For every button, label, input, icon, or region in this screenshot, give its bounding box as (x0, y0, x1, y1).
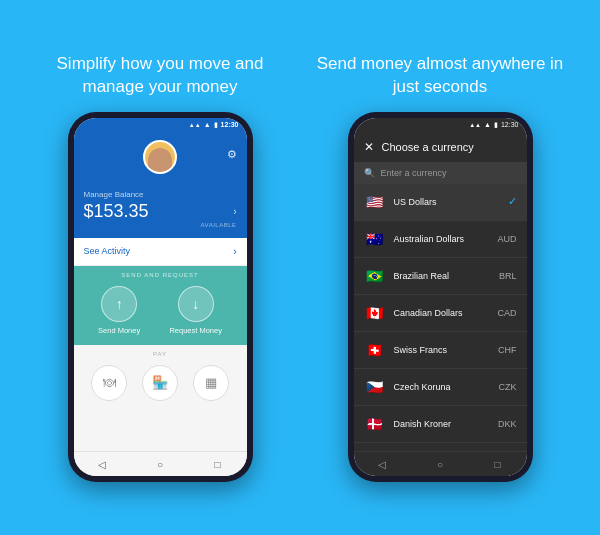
page-wrapper: Simplify how you move and manage your mo… (0, 0, 600, 535)
right-headline: Send money almost anywhere in just secon… (305, 53, 575, 97)
avatar-face (148, 148, 172, 172)
left-panel: Simplify how you move and manage your mo… (25, 53, 295, 481)
flag-5: 🇨🇿 (364, 376, 386, 398)
pay-btn-store[interactable]: 🏪 (142, 365, 178, 401)
currency-item-6[interactable]: 🇩🇰Danish KronerDKK (354, 406, 527, 443)
currency-code-1: AUD (497, 234, 516, 244)
left-status-bar: ▲▲ ▲ ▮ 12:30 (74, 118, 247, 132)
battery-icon: ▮ (214, 121, 218, 129)
currency-code-5: CZK (499, 382, 517, 392)
gear-icon[interactable]: ⚙ (227, 148, 237, 161)
send-money-label: Send Money (98, 326, 140, 335)
left-headline: Simplify how you move and manage your mo… (25, 53, 295, 97)
right-back-button[interactable]: ◁ (375, 458, 389, 472)
left-phone: ▲▲ ▲ ▮ 12:30 ⚙ Manage Balance (68, 112, 253, 482)
left-phone-nav: ◁ ○ □ (74, 451, 247, 476)
pay-buttons: 🍽 🏪 ▦ (84, 365, 237, 401)
right-battery-icon: ▮ (494, 121, 498, 129)
currency-name-0: US Dollars (394, 197, 492, 207)
right-status-bar: ▲▲ ▲ ▮ 12:30 (354, 118, 527, 132)
recents-button[interactable]: □ (211, 458, 225, 472)
currency-name-5: Czech Koruna (394, 382, 491, 392)
check-mark-0: ✓ (508, 195, 517, 208)
currency-item-4[interactable]: 🇨🇭Swiss FrancsCHF (354, 332, 527, 369)
flag-2: 🇧🇷 (364, 265, 386, 287)
see-activity-label: See Activity (84, 246, 131, 256)
search-input[interactable]: Enter a currency (381, 168, 447, 178)
send-money-button[interactable]: ↑ Send Money (98, 286, 140, 335)
send-request-label: SEND AND REQUEST (84, 272, 237, 278)
right-home-button[interactable]: ○ (433, 458, 447, 472)
currency-item-0[interactable]: 🇺🇸US Dollars✓ (354, 184, 527, 221)
balance-amount: $153.35 (84, 201, 149, 222)
currency-code-3: CAD (497, 308, 516, 318)
flag-0: 🇺🇸 (364, 191, 386, 213)
currency-header: ✕ Choose a currency (354, 132, 527, 162)
currency-name-2: Brazilian Real (394, 271, 491, 281)
request-money-label: Request Money (169, 326, 222, 335)
currency-item-3[interactable]: 🇨🇦Canadian DollarsCAD (354, 295, 527, 332)
flag-3: 🇨🇦 (364, 302, 386, 324)
balance-row: $153.35 › (84, 201, 237, 222)
flag-6: 🇩🇰 (364, 413, 386, 435)
right-phone-inner: ▲▲ ▲ ▮ 12:30 ✕ Choose a currency 🔍 Enter… (354, 118, 527, 476)
currency-item-2[interactable]: 🇧🇷Brazilian RealBRL (354, 258, 527, 295)
currency-name-6: Danish Kroner (394, 419, 490, 429)
flag-1: 🇦🇺 (364, 228, 386, 250)
pay-section: PAY 🍽 🏪 ▦ (74, 345, 247, 451)
currency-item-5[interactable]: 🇨🇿Czech KorunaCZK (354, 369, 527, 406)
balance-chevron: › (233, 206, 236, 217)
currency-code-2: BRL (499, 271, 517, 281)
avatar (143, 140, 177, 174)
pay-label: PAY (84, 351, 237, 357)
flag-4: 🇨🇭 (364, 339, 386, 361)
right-recents-button[interactable]: □ (491, 458, 505, 472)
right-panel: Send money almost anywhere in just secon… (305, 53, 575, 481)
phone-header: ⚙ (74, 132, 247, 190)
right-time: 12:30 (501, 121, 519, 128)
wifi-icon: ▲ (204, 121, 211, 128)
see-activity-row[interactable]: See Activity › (74, 238, 247, 266)
left-phone-inner: ▲▲ ▲ ▮ 12:30 ⚙ Manage Balance (74, 118, 247, 476)
currency-list: 🇺🇸US Dollars✓🇦🇺Australian DollarsAUD🇧🇷Br… (354, 184, 527, 451)
action-buttons: ↑ Send Money ↓ Request Money (84, 286, 237, 335)
manage-balance-label: Manage Balance (84, 190, 237, 199)
currency-name-1: Australian Dollars (394, 234, 490, 244)
see-activity-chevron: › (233, 246, 236, 257)
currency-code-4: CHF (498, 345, 517, 355)
available-label: AVAILABLE (84, 222, 237, 228)
currency-item-1[interactable]: 🇦🇺Australian DollarsAUD (354, 221, 527, 258)
request-money-icon: ↓ (178, 286, 214, 322)
currency-title: Choose a currency (382, 141, 474, 153)
currency-name-3: Canadian Dollars (394, 308, 490, 318)
pay-btn-qr[interactable]: ▦ (193, 365, 229, 401)
request-money-button[interactable]: ↓ Request Money (169, 286, 222, 335)
send-money-icon: ↑ (101, 286, 137, 322)
currency-code-6: DKK (498, 419, 517, 429)
right-phone: ▲▲ ▲ ▮ 12:30 ✕ Choose a currency 🔍 Enter… (348, 112, 533, 482)
currency-name-4: Swiss Francs (394, 345, 491, 355)
search-bar[interactable]: 🔍 Enter a currency (354, 162, 527, 184)
search-icon: 🔍 (364, 168, 375, 178)
right-wifi-icon: ▲ (484, 121, 491, 128)
right-phone-nav: ◁ ○ □ (354, 451, 527, 476)
pay-btn-restaurant[interactable]: 🍽 (91, 365, 127, 401)
left-time: 12:30 (221, 121, 239, 128)
avatar-row: ⚙ (84, 140, 237, 174)
close-button[interactable]: ✕ (364, 140, 374, 154)
back-button[interactable]: ◁ (95, 458, 109, 472)
signal-icon: ▲▲ (189, 122, 201, 128)
home-button[interactable]: ○ (153, 458, 167, 472)
send-request-section: SEND AND REQUEST ↑ Send Money ↓ Request … (74, 266, 247, 345)
balance-section: Manage Balance $153.35 › AVAILABLE (74, 190, 247, 238)
right-signal-icon: ▲▲ (469, 122, 481, 128)
